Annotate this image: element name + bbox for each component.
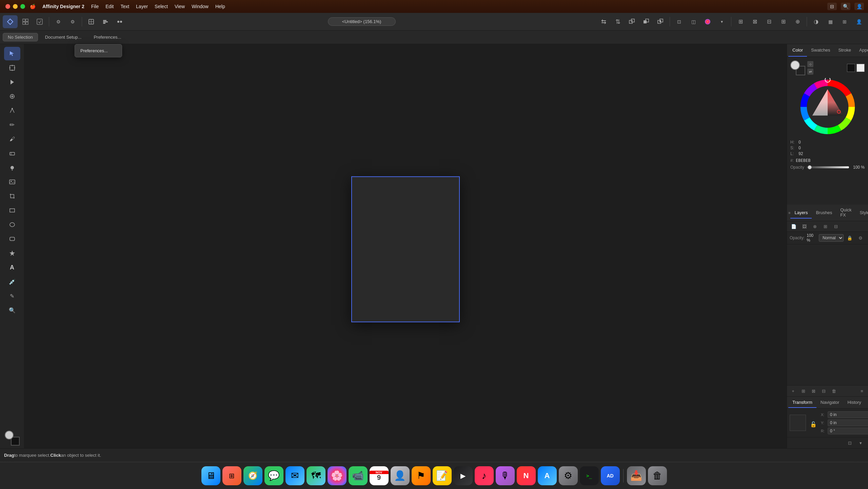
menu-select[interactable]: Select [151,3,171,10]
snapping-btn[interactable]: ⚙ [66,15,79,28]
person-btn[interactable]: 👤 [852,15,865,28]
tab-navigator[interactable]: Navigator [816,397,844,408]
distribute-btn[interactable] [113,15,126,28]
tab-quick-fx[interactable]: Quick FX [836,205,855,221]
dock-safari[interactable]: 🧭 [243,466,262,485]
tab-stroke[interactable]: Stroke [834,44,855,57]
tool-node[interactable] [4,75,20,89]
icon-btn-1[interactable]: ⊞ [734,15,747,28]
maximize-button[interactable] [20,4,25,9]
mask-btn[interactable]: ◑ [810,15,823,28]
menu-window[interactable]: Window [188,3,212,10]
tool-draw[interactable]: ✎ [4,289,20,303]
dock-notes[interactable]: 📝 [433,466,452,485]
flip-v-btn[interactable]: ⇅ [611,15,624,28]
black-swatch[interactable] [847,64,855,72]
transform-icon-2[interactable]: ▾ [856,439,865,447]
dock-calendar[interactable]: NOV 9 [370,466,389,485]
tool-ellipse[interactable] [4,218,20,231]
icon-btn-2[interactable]: ⊠ [748,15,761,28]
no-selection-btn[interactable]: No Selection [3,33,38,41]
opacity-slider[interactable] [806,166,849,168]
dock-news[interactable]: N [517,466,536,485]
dock-contacts[interactable]: 👤 [391,466,410,485]
frame-btn[interactable]: ▦ [824,15,837,28]
layer-icon-5[interactable]: ⊟ [831,222,841,230]
eyedropper-icon[interactable]: ⊹ [807,61,813,67]
menu-view[interactable]: View [171,3,188,10]
view-mode-btn[interactable]: ◫ [687,15,700,28]
tab-styles[interactable]: Styles [855,207,868,219]
tab-brushes[interactable]: Brushes [812,207,836,219]
dock-reminders[interactable]: ⚑ [412,466,431,485]
close-button[interactable] [5,4,10,9]
dock-podcasts[interactable]: 🎙 [496,466,515,485]
color-btn[interactable] [701,15,714,28]
dock-appletv[interactable]: ▶ [454,466,473,485]
tab-swatches[interactable]: Swatches [807,44,834,57]
tool-pen[interactable] [4,104,20,117]
dock-launchpad[interactable]: ⊞ [222,466,241,485]
layers-bottom-btn-3[interactable]: ⊠ [809,387,818,395]
white-swatch[interactable] [856,64,865,72]
tool-image[interactable] [4,175,20,189]
tab-history[interactable]: History [843,397,865,408]
dock-affinity-designer[interactable]: AD [601,466,620,485]
dock-trash[interactable]: 🗑 [648,466,667,485]
layers-bottom-btn-1[interactable]: + [788,387,798,395]
opacity-thumb[interactable] [808,165,812,169]
dock-finder[interactable]: 🖥 [201,466,220,485]
icon-btn-4[interactable]: ⊞ [777,15,790,28]
boolean-intersect-btn[interactable] [654,15,667,28]
transform-btn[interactable] [85,15,98,28]
dock-maps[interactable]: 🗺 [307,466,326,485]
menu-text[interactable]: Text [117,3,133,10]
color-wheel[interactable] [790,78,865,136]
y-input[interactable] [828,419,868,426]
dock-appstore[interactable]: A [538,466,557,485]
tool-constraint[interactable] [4,90,20,103]
tab-transform[interactable]: Transform [788,397,816,408]
tool-zoom[interactable]: 🔍 [4,303,20,317]
dock-system-prefs[interactable]: ⚙ [559,466,578,485]
layer-icon-4[interactable]: ⊞ [821,222,830,230]
dock-photos[interactable]: 🌸 [328,466,347,485]
tool-paint[interactable] [4,161,20,174]
blend-mode-select[interactable]: Normal [819,234,844,242]
window-controls-icon[interactable]: ⊟ [827,3,837,10]
tool-erase[interactable] [4,147,20,160]
x-input[interactable] [828,411,868,418]
dropdown-btn[interactable]: ▾ [715,15,728,28]
menu-edit[interactable]: Edit [102,3,117,10]
boolean-add-btn[interactable] [626,15,638,28]
minimize-button[interactable] [13,4,18,9]
tool-crop[interactable] [4,189,20,203]
grid-btn[interactable]: ⊞ [838,15,851,28]
tool-brush[interactable]: 🖌 [4,132,20,146]
icon-btn-3[interactable]: ⊟ [763,15,775,28]
layer-icon-2[interactable]: 🖼 [800,222,809,230]
user-icon[interactable]: 👤 [854,3,864,10]
align-btn[interactable] [99,15,112,28]
dock-terminal[interactable]: >_ [580,466,599,485]
menu-help[interactable]: Help [212,3,229,10]
foreground-color-swatch[interactable] [5,431,14,439]
export-mode-btn[interactable] [33,15,46,28]
tool-artboard[interactable] [4,61,20,75]
icon-btn-5[interactable]: ⊕ [791,15,804,28]
tool-rect[interactable] [4,204,20,217]
zoom-btn[interactable]: ⚙ [52,15,65,28]
transform-lock-icon[interactable]: 🔓 [809,420,818,428]
tool-star[interactable] [4,246,20,260]
pixel-mode-btn[interactable] [19,15,32,28]
gear-icon[interactable]: ⚙ [856,234,865,242]
boolean-sub-btn[interactable] [640,15,653,28]
menu-layer[interactable]: Layer [133,3,151,10]
preferences-btn[interactable]: Preferences... [88,33,126,41]
r-input[interactable] [828,428,868,434]
search-icon[interactable]: 🔍 [841,3,850,10]
layers-bottom-more[interactable]: ≡ [857,387,867,395]
menu-apple[interactable]: 🍎 [26,3,39,10]
tool-move[interactable] [4,47,20,60]
tab-layers[interactable]: Layers [790,207,812,219]
